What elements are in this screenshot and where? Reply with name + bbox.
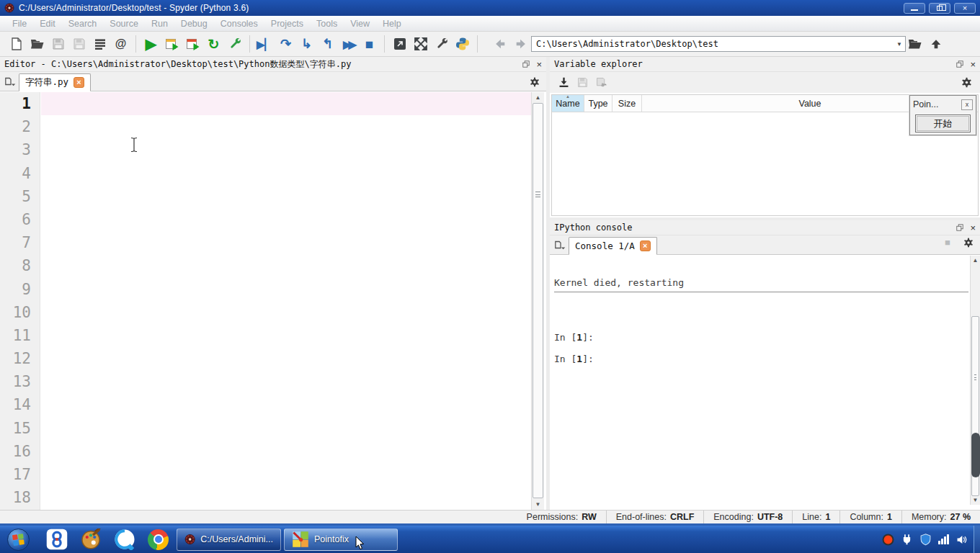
- maximize-pane-button[interactable]: [390, 35, 409, 54]
- show-desktop-button[interactable]: [974, 526, 980, 553]
- console-tabbar: Console 1/A × ■: [550, 235, 980, 255]
- run-cell-button[interactable]: [162, 35, 182, 54]
- column-header-type[interactable]: Type: [584, 95, 612, 112]
- taskbar-paint-app-icon[interactable]: [79, 528, 102, 552]
- menu-item-projects[interactable]: Projects: [264, 19, 310, 29]
- preferences-button[interactable]: [432, 35, 451, 54]
- import-data-button[interactable]: [555, 74, 572, 91]
- python-path-button[interactable]: [453, 35, 472, 54]
- menu-item-edit[interactable]: Edit: [33, 19, 62, 29]
- toolbar-separator: [477, 35, 478, 53]
- line-number: 2: [0, 115, 40, 138]
- scroll-up-icon[interactable]: ▲: [532, 94, 544, 101]
- taskbar-window-spyder[interactable]: C:/Users/Admini...: [177, 529, 281, 551]
- menu-item-tools[interactable]: Tools: [310, 19, 344, 29]
- close-pane-icon[interactable]: ×: [536, 60, 542, 69]
- console-options-button[interactable]: [963, 237, 974, 248]
- fullscreen-button[interactable]: [411, 35, 430, 54]
- console-tab-label: Console 1/A: [575, 240, 635, 251]
- debug-icon: ▶▏: [257, 39, 273, 50]
- status-encoding: Encoding:UTF-8: [703, 511, 792, 523]
- run-button[interactable]: ▶: [141, 35, 161, 54]
- save-data-as-button[interactable]: [592, 74, 610, 91]
- restore-button[interactable]: [929, 3, 950, 14]
- recording-icon[interactable]: [882, 534, 894, 546]
- stop-debug-button[interactable]: ■: [360, 35, 379, 54]
- interrupt-kernel-button[interactable]: ■: [945, 238, 954, 247]
- editor-options-button[interactable]: [529, 76, 540, 88]
- tab-close-button[interactable]: ×: [74, 77, 84, 88]
- debug-button[interactable]: ▶▏: [255, 35, 275, 54]
- pointofix-window-titlebar[interactable]: Poin... x: [910, 96, 976, 113]
- line-number: 11: [0, 324, 40, 347]
- sort-ascending-icon: ▲: [566, 94, 570, 99]
- menu-item-view[interactable]: View: [344, 19, 376, 29]
- column-header-size[interactable]: Size: [612, 95, 642, 112]
- overlay-scroll-indicator[interactable]: [971, 433, 980, 477]
- taskbar-browser-app-icon[interactable]: [112, 528, 136, 552]
- editor-scrollbar[interactable]: ▲ ▼: [531, 92, 544, 510]
- file-switcher-button[interactable]: [90, 35, 110, 54]
- close-button[interactable]: ×: [954, 3, 976, 14]
- save-all-button[interactable]: [69, 35, 89, 54]
- menu-item-file[interactable]: File: [6, 19, 33, 29]
- continue-button[interactable]: ▶▶: [339, 35, 358, 54]
- remove-hardware-icon[interactable]: [901, 534, 913, 546]
- chrome-icon[interactable]: [146, 528, 170, 552]
- save-data-button[interactable]: [574, 74, 591, 91]
- volume-icon[interactable]: [956, 534, 968, 546]
- working-directory-input[interactable]: [531, 36, 906, 52]
- security-shield-icon[interactable]: [919, 534, 932, 546]
- undock-pane-icon[interactable]: [522, 60, 530, 68]
- run-cell-advance-button[interactable]: [183, 35, 202, 54]
- pointofix-close-button[interactable]: x: [961, 99, 973, 110]
- undock-pane-icon[interactable]: [956, 60, 964, 68]
- scroll-down-icon[interactable]: ▼: [532, 501, 544, 508]
- close-icon: ×: [963, 4, 967, 12]
- parent-directory-button[interactable]: [926, 35, 945, 54]
- scroll-down-icon[interactable]: ▼: [971, 497, 980, 503]
- taskbar-pinned-app-icon[interactable]: [45, 528, 68, 552]
- column-header-name[interactable]: ▲ Name: [552, 95, 584, 112]
- step-into-button[interactable]: ↳: [297, 35, 316, 54]
- undock-pane-icon[interactable]: [956, 223, 964, 232]
- editor-tab[interactable]: 字符串.py ×: [19, 73, 91, 91]
- browse-tabs-button[interactable]: [3, 73, 19, 89]
- taskbar-window-pointofix[interactable]: Pointofix: [284, 529, 398, 551]
- rerun-cell-button[interactable]: ↻: [204, 35, 223, 54]
- console-tab[interactable]: Console 1/A ×: [569, 237, 657, 255]
- step-return-button[interactable]: ↰: [318, 35, 337, 54]
- mouse-cursor-icon: [355, 536, 368, 550]
- menu-item-source[interactable]: Source: [103, 19, 145, 29]
- start-button[interactable]: [7, 529, 30, 551]
- console-output-area[interactable]: Kernel died, restarting In [1]: In [1]: …: [550, 256, 980, 510]
- run-configuration-button[interactable]: [225, 35, 244, 54]
- tab-close-button[interactable]: ×: [640, 240, 651, 251]
- menu-item-debug[interactable]: Debug: [174, 19, 214, 29]
- editor-text-area[interactable]: 123456789101112131415161718: [0, 92, 546, 510]
- menu-item-run[interactable]: Run: [145, 19, 174, 29]
- browse-tabs-button[interactable]: [553, 237, 569, 253]
- save-button[interactable]: [48, 35, 68, 54]
- console-banner: Kernel died, restarting: [554, 277, 684, 288]
- pointofix-start-button[interactable]: 开始: [915, 114, 971, 132]
- symbol-finder-button[interactable]: @: [111, 35, 130, 54]
- open-file-button[interactable]: [27, 35, 47, 54]
- scroll-up-icon[interactable]: ▲: [971, 257, 980, 264]
- step-over-button[interactable]: ↷: [276, 35, 295, 54]
- variable-explorer-options-button[interactable]: [958, 74, 975, 91]
- browse-directory-button[interactable]: [905, 35, 925, 54]
- menu-item-consoles[interactable]: Consoles: [214, 19, 264, 29]
- scrollbar-thumb[interactable]: [533, 103, 543, 498]
- minimize-button[interactable]: [904, 3, 925, 14]
- menu-item-help[interactable]: Help: [376, 19, 408, 29]
- close-pane-icon[interactable]: ×: [970, 223, 976, 233]
- back-button[interactable]: [490, 35, 509, 54]
- network-signal-icon[interactable]: [938, 534, 949, 544]
- close-pane-icon[interactable]: ×: [970, 60, 976, 69]
- forward-button[interactable]: [511, 35, 530, 54]
- new-file-button[interactable]: [6, 35, 26, 54]
- menu-item-search[interactable]: Search: [62, 19, 104, 29]
- chevron-down-icon[interactable]: ▼: [894, 41, 904, 48]
- line-number-gutter[interactable]: 123456789101112131415161718: [0, 92, 40, 510]
